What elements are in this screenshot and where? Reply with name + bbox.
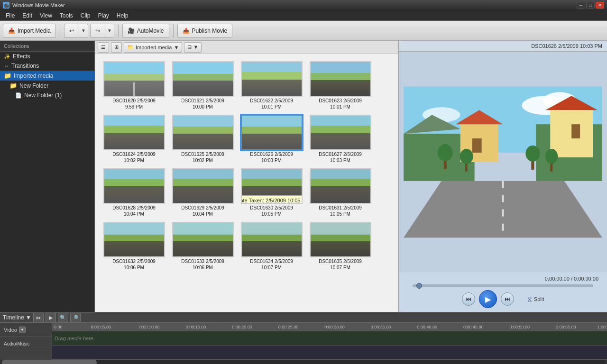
- media-thumb-dsc01630: Date Taken: 2/5/2009 10:05 PMFile Name: …: [241, 168, 303, 204]
- view-options-button[interactable]: ⊟ ▼: [184, 42, 202, 53]
- seek-bar[interactable]: [413, 284, 593, 287]
- split-button[interactable]: ⧖ Split: [527, 295, 544, 303]
- timeline-beginning-button[interactable]: ⏮: [33, 313, 44, 322]
- media-thumb-dsc01623: [310, 61, 371, 97]
- effects-icon: ✨: [4, 54, 10, 60]
- playback-controls: ⏮ ▶ ⏭ ⧖ Split: [462, 290, 544, 308]
- media-item-dsc01633[interactable]: DSC01633 2/5/200910:06 PM: [171, 222, 235, 271]
- media-item-dsc01622[interactable]: DSC01622 2/5/200910:01 PM: [239, 61, 304, 110]
- app-title: Windows Movie Maker: [12, 2, 65, 8]
- sidebar-item-transitions[interactable]: ↔ Transitions: [0, 61, 94, 71]
- media-thumb-dsc01632: [103, 222, 165, 257]
- media-label-dsc01626: DSC01626 2/5/200910:03 PM: [250, 151, 293, 164]
- timeline-dropdown-icon: ▼: [26, 314, 31, 321]
- sidebar-item-new-folder[interactable]: 📁 New Folder: [0, 81, 94, 91]
- import-media-button[interactable]: 📥 Import Media: [3, 24, 56, 38]
- menu-help[interactable]: Help: [113, 11, 132, 20]
- track-content: Drag media here: [52, 331, 607, 360]
- media-item-dsc01625[interactable]: DSC01625 2/5/200910:02 PM: [171, 115, 235, 164]
- drag-here-text: Drag media here: [55, 336, 93, 341]
- maximize-button[interactable]: □: [586, 2, 595, 9]
- toolbar: 📥 Import Media ↩ ▼ ↪ ▼ 🎥 AutoMovie 📤 Pub…: [0, 21, 607, 41]
- automovie-button[interactable]: 🎥 AutoMovie: [122, 24, 169, 38]
- media-label-dsc01624: DSC01624 2/5/200910:02 PM: [112, 151, 156, 164]
- media-item-dsc01631[interactable]: DSC01631 2/5/200910:05 PM: [308, 168, 372, 217]
- titlebar-left: 🎬 Windows Movie Maker: [3, 2, 65, 9]
- titlebar-controls[interactable]: ─ □ ✕: [577, 2, 604, 9]
- timeline-tracks[interactable]: 0:00 0:00:05.00 0:00:10.00 0:00:15.00 0:…: [52, 323, 607, 360]
- media-item-dsc01627[interactable]: DSC01627 2/5/200910:03 PM: [308, 115, 372, 164]
- menu-file[interactable]: File: [2, 11, 18, 20]
- minimize-button[interactable]: ─: [577, 2, 585, 9]
- undo-dropdown-button[interactable]: ▼: [79, 24, 88, 38]
- toolbar-separator-2: [118, 24, 119, 37]
- media-thumb-dsc01625: [172, 115, 234, 150]
- fast-forward-button[interactable]: ⏭: [501, 292, 514, 306]
- media-thumb-dsc01633: [172, 222, 234, 257]
- effects-label: Effects: [13, 53, 30, 60]
- video-add-button[interactable]: +: [19, 327, 26, 333]
- media-thumb-dsc01634: [241, 222, 303, 257]
- media-item-dsc01624[interactable]: DSC01624 2/5/200910:02 PM: [102, 115, 166, 164]
- media-scroll-container[interactable]: DSC01620 2/5/20099:59 PM DSC01621 2/5/20…: [95, 54, 398, 312]
- redo-dropdown-button[interactable]: ▼: [105, 24, 114, 38]
- menu-edit[interactable]: Edit: [18, 11, 36, 20]
- undo-button[interactable]: ↩: [64, 24, 79, 38]
- publish-icon: 📤: [183, 27, 190, 34]
- play-button[interactable]: ▶: [479, 290, 497, 308]
- ruler-mark-5: 0:00:25.00: [278, 325, 299, 329]
- audio-track-label: Audio/Music: [0, 337, 52, 351]
- audio-track-row[interactable]: [52, 346, 607, 360]
- preview-controls: 0:00:00.00 / 0:00:00.00 ⏮ ▶ ⏭ ⧖ Split: [399, 272, 607, 312]
- list-view-button[interactable]: ☰: [98, 42, 109, 53]
- menu-play[interactable]: Play: [94, 11, 113, 20]
- publish-movie-button[interactable]: 📤 Publish Movie: [177, 24, 233, 38]
- media-item-dsc01634[interactable]: DSC01634 2/5/200910:07 PM: [239, 222, 304, 271]
- ruler-mark-6: 0:00:30.00: [324, 325, 345, 329]
- media-item-dsc01629[interactable]: DSC01629 2/5/200910:04 PM: [171, 168, 235, 217]
- preview-svg: [404, 86, 602, 238]
- media-item-dsc01630[interactable]: Date Taken: 2/5/2009 10:05 PMFile Name: …: [239, 168, 304, 217]
- dropdown-arrow-icon: ▼: [174, 45, 179, 50]
- media-item-dsc01635[interactable]: DSC01635 2/5/200910:07 PM: [308, 222, 372, 271]
- seek-thumb[interactable]: [416, 283, 422, 289]
- thumbnail-view-button[interactable]: ⊞: [111, 42, 122, 53]
- publish-label: Publish Movie: [192, 27, 228, 34]
- menu-clip[interactable]: Clip: [77, 11, 94, 20]
- time-display: 0:00:00.00 / 0:00:00.00: [403, 276, 603, 282]
- redo-group: ↪ ▼: [90, 24, 114, 38]
- media-label-dsc01627: DSC01627 2/5/200910:03 PM: [319, 151, 362, 164]
- media-item-dsc01632[interactable]: DSC01632 2/5/200910:06 PM: [102, 222, 166, 271]
- sidebar-item-effects[interactable]: ✨ Effects: [0, 52, 94, 61]
- transitions-label: Transitions: [11, 63, 39, 69]
- preview-panel: DSC01626 2/5/2009 10:03 PM: [398, 41, 607, 312]
- media-item-dsc01623[interactable]: DSC01623 2/5/200910:01 PM: [308, 61, 372, 110]
- media-item-dsc01628[interactable]: DSC01628 2/5/200910:04 PM: [102, 168, 166, 217]
- sidebar-item-new-folder-1[interactable]: 📄 New Folder (1): [0, 91, 94, 100]
- menu-tools[interactable]: Tools: [56, 11, 77, 20]
- media-item-dsc01621[interactable]: DSC01621 2/5/200910:00 PM: [171, 61, 235, 110]
- collection-dropdown[interactable]: 📁 Imported media ▼: [124, 42, 182, 53]
- collection-icon: 📁: [127, 44, 134, 50]
- new-folder-1-label: New Folder (1): [24, 92, 62, 99]
- sidebar-item-imported-media[interactable]: 📁 Imported media: [0, 71, 94, 81]
- timeline-zoom-button[interactable]: 🔎: [70, 313, 81, 322]
- redo-button[interactable]: ↪: [90, 24, 105, 38]
- svg-point-19: [460, 149, 473, 164]
- toolbar-separator: [60, 24, 60, 37]
- collections-header: Collections: [0, 41, 94, 52]
- split-label: Split: [534, 296, 544, 302]
- media-item-dsc01620[interactable]: DSC01620 2/5/20099:59 PM: [102, 61, 166, 110]
- timeline-search-button[interactable]: 🔍: [58, 313, 68, 322]
- horizontal-scrollbar[interactable]: [2, 360, 605, 364]
- close-button[interactable]: ✕: [596, 2, 604, 9]
- timeline-ruler: 0:00 0:00:05.00 0:00:10.00 0:00:15.00 0:…: [52, 323, 607, 331]
- menu-view[interactable]: View: [36, 11, 56, 20]
- ruler-mark-4: 0:00:20.00: [232, 325, 252, 329]
- media-item-dsc01626[interactable]: DSC01626 2/5/200910:03 PM: [239, 115, 304, 164]
- scrollbar-thumb[interactable]: [2, 360, 97, 364]
- timeline-play-button[interactable]: ▶: [46, 313, 56, 322]
- video-track-row[interactable]: Drag media here: [52, 331, 607, 346]
- rewind-button[interactable]: ⏮: [462, 292, 475, 306]
- undo-group: ↩ ▼: [64, 24, 88, 38]
